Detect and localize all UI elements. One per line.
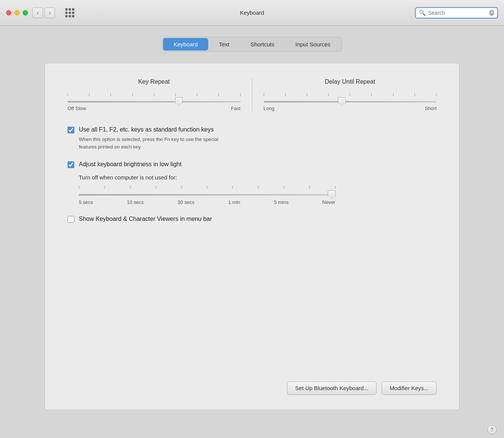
- key-repeat-min-label: Off Slow: [68, 106, 86, 111]
- turn-off-label: Turn off when computer is not used for:: [79, 174, 436, 181]
- key-repeat-labels: Off Slow Fast: [68, 106, 241, 111]
- function-keys-label: Use all F1, F2, etc. keys as standard fu…: [79, 126, 214, 133]
- key-repeat-slider[interactable]: [68, 101, 241, 103]
- key-repeat-ticks: [68, 93, 241, 96]
- function-keys-description: When this option is selected, press the …: [79, 136, 436, 150]
- search-icon: 🔍: [419, 9, 426, 16]
- delay-repeat-title: Delay Until Repeat: [325, 78, 375, 85]
- tab-shortcuts[interactable]: Shortcuts: [240, 38, 285, 51]
- function-keys-row: Use all F1, F2, etc. keys as standard fu…: [68, 126, 436, 133]
- key-repeat-slider-wrapper: Off Slow Fast: [68, 93, 241, 111]
- brightness-label-never: Never: [322, 199, 335, 205]
- brightness-label-1min: 1 min: [228, 199, 240, 205]
- maximize-button[interactable]: [23, 10, 28, 15]
- delay-repeat-slider[interactable]: [264, 101, 437, 103]
- key-repeat-group: Key Repeat Off Slow Fast: [68, 78, 241, 111]
- brightness-block: Adjust keyboard brightness in low light …: [68, 161, 436, 205]
- brightness-checkbox[interactable]: [68, 161, 74, 168]
- delay-repeat-labels: Long Short: [264, 106, 437, 111]
- search-input[interactable]: [428, 10, 489, 16]
- character-viewer-block: Show Keyboard & Character Viewers in men…: [68, 216, 436, 225]
- search-box[interactable]: 🔍 ✕: [415, 7, 498, 18]
- bluetooth-button[interactable]: Set Up Bluetooth Keyboard...: [287, 381, 376, 395]
- brightness-row: Adjust keyboard brightness in low light: [68, 161, 436, 168]
- delay-repeat-group: Delay Until Repeat Long Short: [264, 78, 437, 111]
- key-repeat-title: Key Repeat: [138, 78, 170, 85]
- tab-text[interactable]: Text: [208, 38, 240, 51]
- titlebar: ‹ › Keyboard 🔍 ✕: [0, 0, 504, 26]
- search-clear-button[interactable]: ✕: [489, 10, 494, 16]
- brightness-ticks: [79, 186, 335, 190]
- brightness-label-30secs: 30 secs: [178, 199, 195, 205]
- delay-repeat-slider-wrapper: Long Short: [264, 93, 437, 111]
- key-repeat-max-label: Fast: [231, 106, 240, 111]
- delay-repeat-ticks: [264, 93, 437, 96]
- brightness-label-5mins: 5 mins: [274, 199, 288, 205]
- sliders-section: Key Repeat Off Slow Fast: [68, 78, 436, 111]
- brightness-label: Adjust keyboard brightness in low light: [79, 161, 181, 168]
- forward-button[interactable]: ›: [45, 8, 55, 18]
- app-grid-button[interactable]: [63, 6, 77, 20]
- brightness-label-5secs: 5 secs: [79, 199, 93, 205]
- function-keys-checkbox[interactable]: [68, 127, 74, 133]
- delay-repeat-max-label: Short: [425, 106, 436, 111]
- traffic-lights: [6, 10, 28, 15]
- character-viewer-row: Show Keyboard & Character Viewers in men…: [68, 216, 436, 223]
- main-panel: Key Repeat Off Slow Fast: [45, 63, 459, 410]
- tab-keyboard[interactable]: Keyboard: [163, 38, 208, 51]
- brightness-slider-labels: 5 secs 10 secs 30 secs 1 min 5 mins Neve…: [79, 199, 335, 205]
- brightness-slider-wrapper: 5 secs 10 secs 30 secs 1 min 5 mins Neve…: [79, 186, 335, 205]
- character-viewer-checkbox[interactable]: [68, 216, 74, 223]
- brightness-slider[interactable]: [79, 194, 335, 196]
- help-button[interactable]: ?: [487, 425, 496, 434]
- slider-divider: [252, 78, 252, 111]
- tab-bar: Keyboard Text Shortcuts Input Sources: [162, 37, 342, 52]
- brightness-label-10secs: 10 secs: [127, 199, 144, 205]
- character-viewer-label: Show Keyboard & Character Viewers in men…: [79, 216, 212, 222]
- minimize-button[interactable]: [14, 10, 20, 15]
- content-area: Keyboard Text Shortcuts Input Sources Ke…: [0, 26, 504, 421]
- grid-icon: [65, 8, 74, 17]
- function-keys-block: Use all F1, F2, etc. keys as standard fu…: [68, 126, 436, 150]
- modifier-keys-button[interactable]: Modifier Keys...: [382, 381, 436, 395]
- window-title: Keyboard: [240, 9, 264, 16]
- bottom-buttons: Set Up Bluetooth Keyboard... Modifier Ke…: [68, 370, 436, 395]
- close-button[interactable]: [6, 10, 11, 15]
- help-area: ?: [0, 421, 504, 438]
- back-button[interactable]: ‹: [32, 8, 43, 18]
- tab-input-sources[interactable]: Input Sources: [285, 38, 341, 51]
- nav-buttons: ‹ ›: [32, 8, 55, 18]
- delay-repeat-min-label: Long: [264, 106, 275, 111]
- brightness-section: Turn off when computer is not used for: …: [79, 174, 436, 205]
